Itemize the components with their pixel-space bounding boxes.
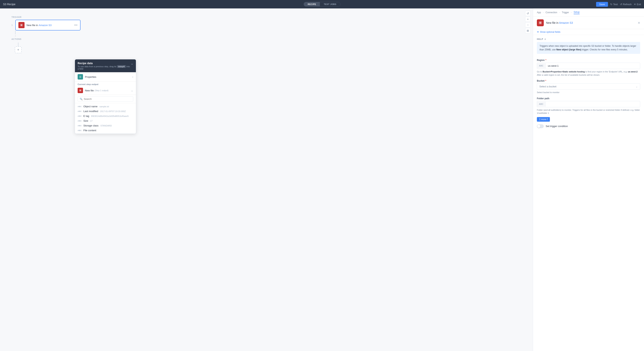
panel-scroll: HELP ∧ Triggers when new object is uploa… — [533, 35, 644, 351]
folder-path-input-tag: ABC — [537, 101, 546, 107]
save-button[interactable]: Save — [596, 2, 608, 7]
recipe-data-panel: Recipe data To use data from a previous … — [75, 59, 136, 134]
connector: ↓ — [15, 30, 16, 37]
region-input-wrap: ABC — [537, 63, 640, 69]
field-size[interactable]: ABC Size 17 — [75, 118, 136, 123]
refresh-link[interactable]: ↺ Refresh — [620, 3, 632, 6]
breadcrumb-app[interactable]: App — [537, 11, 541, 14]
fit-view-button[interactable]: ⊞ — [525, 28, 530, 33]
field-etag[interactable]: ABC E tag 8903014d0b4942a1b005d8051b45ae… — [75, 114, 136, 118]
trigger-label: TRIGGER — [12, 16, 22, 18]
tab-recipe[interactable]: RECIPE — [304, 2, 320, 6]
search-input-wrap: 🔍 — [78, 96, 133, 101]
help-section: HELP ∧ Triggers when new object is uploa… — [537, 35, 640, 56]
test-link[interactable]: ↻ Test — [610, 3, 618, 6]
breadcrumb-arrow-1: → — [542, 11, 544, 14]
step-number: 1 — [12, 24, 13, 26]
field-last-modified[interactable]: ABC Last modified 2017-01-09T07:19:33.00… — [75, 109, 136, 114]
connector-arrow: ↓ — [15, 34, 16, 37]
breadcrumb-connection[interactable]: Connection — [546, 11, 557, 14]
region-label: Region * — [537, 59, 640, 61]
field-file-content[interactable]: ABC File content — [75, 128, 136, 133]
canvas-controls: ↺ + − ⊞ — [525, 11, 530, 33]
add-action-button[interactable]: + — [15, 46, 22, 53]
search-input[interactable] — [84, 97, 131, 100]
panel-content-header: New file in Amazon S3 ✕ — [533, 17, 644, 29]
properties-row[interactable]: ☰ Properties › — [75, 72, 136, 82]
main-layout: ↺ + − ⊞ TRIGGER 1 New file in — [0, 8, 644, 351]
connector-line — [15, 30, 16, 34]
test-icon: ↻ — [610, 3, 612, 6]
region-input-tag: ABC — [537, 63, 546, 68]
trigger-node[interactable]: New file in Amazon S3 ••• — [15, 20, 80, 30]
trigger-icon — [18, 22, 24, 28]
region-input[interactable] — [546, 63, 640, 69]
panel-toggle-button[interactable]: ⌄ — [131, 62, 133, 65]
breadcrumb-arrow-3: → — [570, 11, 572, 14]
bucket-select-text: Select a bucket — [539, 85, 556, 88]
breadcrumb-arrow-2: → — [558, 11, 560, 14]
trigger-condition-toggle[interactable] — [537, 124, 544, 128]
s3-icon — [537, 19, 544, 26]
folder-path-input[interactable] — [546, 101, 640, 107]
panel-title: Recipe data — [78, 62, 131, 65]
zoom-in-button[interactable]: + — [525, 16, 530, 22]
tab-test-jobs[interactable]: TEST JOBS — [320, 2, 340, 6]
zoom-out-button[interactable]: − — [525, 22, 530, 27]
exit-link[interactable]: ✕ Exit — [634, 3, 641, 6]
optional-fields: 👁 Show optional fields — [533, 29, 644, 35]
top-nav: S3 Recipe RECIPE TEST JOBS Save ↻ Test ↺… — [0, 0, 644, 8]
trigger-condition: Set trigger condition — [537, 122, 640, 129]
step-meta: (Step 1 output) — [94, 89, 108, 92]
step-name: New file — [85, 89, 94, 92]
bucket-hint: Select bucket to monitor — [537, 91, 640, 94]
properties-chevron-icon: › — [132, 75, 133, 78]
help-title: HELP — [537, 38, 543, 40]
nav-actions: Save ↻ Test ↺ Refresh ✕ Exit — [596, 2, 641, 7]
actions-line — [18, 42, 18, 46]
step-output-row[interactable]: New file (Step 1 output) ⌄ — [75, 86, 136, 95]
actions-label: ACTIONS — [12, 38, 22, 40]
data-fields: ABC Object name sample.txt ABC Last modi… — [75, 103, 136, 134]
region-field: Region * ABC Go to Bucket>Properties>Sta… — [537, 59, 640, 76]
field-storage-class[interactable]: ABC Storage class STANDARD — [75, 123, 136, 128]
folder-path-field: Folder path ABC Folder (and all subfolde… — [537, 97, 640, 115]
bucket-required: * — [545, 79, 546, 82]
bucket-select-wrap: Select a bucket ⌄ 🔍 ∧ api-provider-logos… — [537, 83, 640, 90]
step-output-header: Current step output — [75, 82, 136, 86]
more-fields-button[interactable]: 2 more f — [537, 117, 550, 122]
actions-connector — [15, 42, 22, 46]
datapill[interactable]: datapill — [117, 65, 126, 68]
optional-fields-link[interactable]: 👁 Show optional fields — [537, 31, 640, 33]
close-icon: ✕ — [634, 3, 636, 6]
help-chevron-icon: ∧ — [544, 38, 546, 40]
panel-close-button[interactable]: ✕ — [638, 21, 640, 25]
region-required: * — [546, 59, 546, 61]
bucket-label: Bucket * — [537, 79, 640, 82]
region-hint: Go to Bucket>Properties>Static website h… — [537, 70, 640, 76]
right-panel: App → Connection → Trigger → Setup New f… — [533, 8, 644, 351]
bucket-select[interactable]: Select a bucket ⌄ — [537, 83, 640, 90]
properties-icon: ☰ — [78, 74, 83, 79]
actions-section: + — [12, 42, 22, 53]
help-header[interactable]: HELP ∧ — [537, 38, 640, 40]
recipe-flow: TRIGGER 1 New file in Amazon S3 ••• — [0, 8, 533, 61]
refresh-icon: ↺ — [620, 3, 622, 6]
bucket-select-chevron-icon: ⌄ — [636, 85, 638, 88]
reset-view-button[interactable]: ↺ — [525, 11, 530, 16]
properties-label: Properties — [85, 75, 132, 78]
canvas: ↺ + − ⊞ TRIGGER 1 New file in — [0, 8, 533, 351]
folder-path-hint: Folder (and all subfolders) to monitor. … — [537, 108, 640, 115]
breadcrumb-setup[interactable]: Setup — [574, 11, 580, 14]
toggle-knob — [537, 125, 540, 128]
breadcrumb-trigger[interactable]: Trigger — [562, 11, 569, 14]
search-icon: 🔍 — [80, 98, 82, 100]
nav-tabs: RECIPE TEST JOBS — [304, 2, 340, 6]
field-object-name[interactable]: ABC Object name sample.txt — [75, 104, 136, 109]
trigger-text: New file in Amazon S3 — [26, 24, 72, 27]
breadcrumb-nav: App → Connection → Trigger → Setup — [533, 8, 644, 17]
bucket-field: Bucket * Select a bucket ⌄ 🔍 ∧ — [537, 79, 640, 94]
trigger-menu-icon[interactable]: ••• — [74, 23, 78, 27]
panel-content-title: New file in Amazon S3 — [546, 21, 573, 24]
step-chevron-icon: ⌄ — [131, 89, 133, 92]
